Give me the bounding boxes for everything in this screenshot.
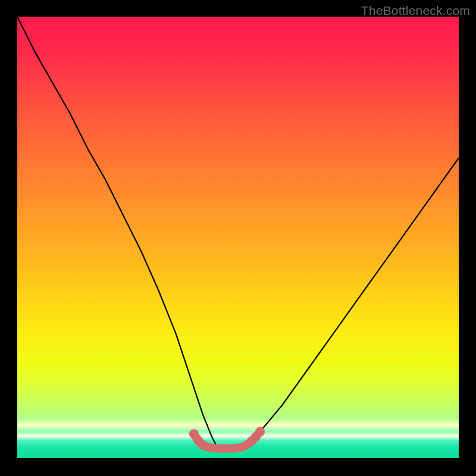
marker-dot <box>255 427 265 437</box>
optimal-markers <box>189 427 265 450</box>
marker-dot <box>198 440 208 450</box>
chart-svg <box>17 17 459 458</box>
curve-line <box>17 17 459 449</box>
bottleneck-curve <box>17 17 459 449</box>
watermark-text: TheBottleneck.com <box>361 4 470 18</box>
plot-area <box>17 17 459 458</box>
app-frame: TheBottleneck.com <box>0 0 476 476</box>
